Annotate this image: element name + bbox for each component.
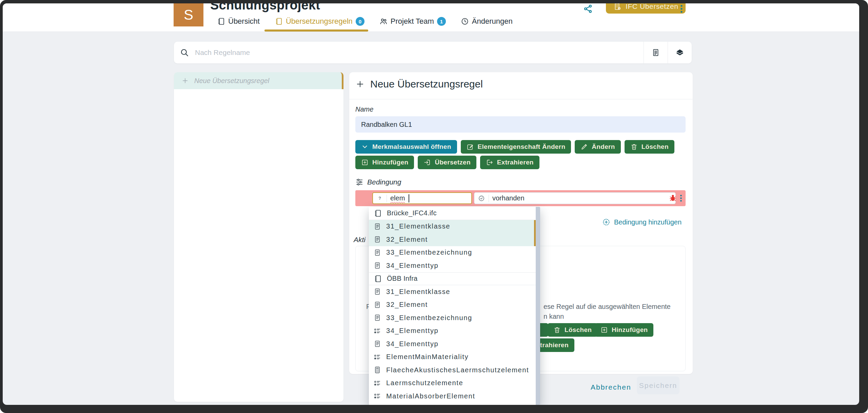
dropdown-item-label: 32_Element (386, 236, 428, 243)
condition-property-input[interactable]: ? elem (372, 192, 472, 204)
note-icon (374, 288, 381, 295)
eye-check-icon (478, 195, 485, 202)
add-condition-link[interactable]: Bedingung hinzufügen (602, 218, 682, 226)
svg-text:?: ? (378, 196, 381, 201)
notebook-icon (374, 209, 382, 217)
dropdown-item[interactable]: ÖBB Infra (369, 272, 536, 286)
dropdown-item[interactable]: 34_Elementtyp (369, 259, 536, 272)
save-button[interactable]: Speichern (637, 376, 679, 394)
dropdown-item[interactable]: 33_Elementbezeichnung (369, 311, 536, 324)
dropdown-item[interactable]: 32_Element (369, 233, 536, 246)
trash-icon (630, 143, 638, 151)
notebook-icon (374, 275, 382, 283)
action-toolbar-row1: Merkmalsauswahl öffnenElementeigenschaft… (355, 140, 674, 154)
notebook-icon (217, 17, 225, 25)
tab-bar: ÜbersichtÜbersetzungsregeln0Projekt Team… (217, 16, 513, 27)
dropdown-item-label: Laermschutzelemente (386, 379, 463, 387)
note-icon (374, 340, 381, 348)
note-icon (374, 223, 381, 230)
notebook-icon (275, 17, 283, 25)
action-toolbar-row2: HinzufügenÜbersetzenExtrahieren (355, 156, 539, 169)
bersetzen-button[interactable]: Übersetzen (418, 156, 476, 169)
dropdown-item-label: 33_Elementbezeichnung (386, 249, 472, 256)
enum-icon (374, 392, 381, 400)
people-icon (379, 17, 388, 25)
dropdown-item-label: 31_Elementklasse (386, 222, 450, 230)
button-label: Merkmalsauswahl öffnen (372, 143, 451, 151)
note-icon (374, 236, 381, 243)
dropdown-item[interactable]: 34_Elementtyp (369, 324, 536, 338)
condition-section-label: Bedingung (355, 178, 401, 186)
elementeigenschaft-ndern-button[interactable]: Elementeigenschaft Ändern (461, 140, 571, 154)
edit-box-icon (467, 143, 474, 151)
merkmalsauswahl-ffnen-button[interactable]: Merkmalsauswahl öffnen (355, 140, 457, 154)
dropdown-item[interactable]: 33_Elementbezeichnung (369, 246, 536, 259)
property-dropdown: Brücke_IFC4.ifc31_Elementklasse32_Elemen… (369, 207, 540, 405)
dropdown-item[interactable]: ElementMainMateriality (369, 351, 536, 364)
window-frame: S Schulungsprojekt ÜbersichtÜbersetzungs… (0, 0, 868, 413)
tab-label: Übersicht (228, 17, 260, 26)
tab-label: Änderungen (472, 17, 513, 26)
tab-label: Projekt Team (391, 17, 434, 26)
rule-name-input[interactable] (355, 116, 686, 133)
action-description-fragment: n kann (544, 313, 564, 320)
dropdown-item-label: 32_Element (386, 301, 428, 309)
dropdown-item-label: 31_Elementklasse (386, 288, 450, 296)
button-label: Ändern (592, 143, 615, 151)
dropdown-item[interactable]: 34_Elementtyp (369, 337, 536, 351)
tab-nderungen[interactable]: Änderungen (461, 17, 513, 26)
note-icon (374, 314, 381, 321)
tab-bersicht[interactable]: Übersicht (217, 17, 260, 26)
dropdown-scrollbar[interactable] (536, 207, 540, 405)
button-label: Übersetzen (435, 159, 470, 166)
hinzuf-gen-button[interactable]: Hinzufügen (355, 156, 414, 169)
dropdown-item[interactable]: 31_Elementklasse (369, 285, 536, 298)
dropdown-item[interactable]: RailElementLength (369, 403, 536, 405)
extrahieren-button[interactable]: Extrahieren (480, 156, 539, 169)
action-add-button[interactable]: Hinzufügen (595, 323, 653, 337)
dropdown-item[interactable]: Laermschutzelemente (369, 377, 536, 390)
button-label: Elementeigenschaft Ändern (478, 143, 566, 151)
cancel-button[interactable]: Abbrechen (587, 380, 635, 394)
sidebar-item-label: Neue Übersetzungsregel (194, 77, 269, 85)
dropdown-item-label: FlaecheAkustischesLaermschutzelement (386, 366, 529, 374)
dropdown-item[interactable]: MaterialAbsorberElement (369, 390, 536, 403)
dropdown-item-label: MaterialAbsorberElement (386, 392, 475, 400)
ndern-button[interactable]: Ändern (575, 140, 620, 154)
l-schen-button[interactable]: Löschen (625, 140, 674, 154)
header-kebab-menu-icon[interactable] (679, 4, 684, 14)
search-input[interactable] (194, 41, 644, 64)
header: S Schulungsprojekt ÜbersichtÜbersetzungs… (3, 3, 859, 32)
plus-box-icon (600, 326, 608, 334)
dropdown-item[interactable]: FlaecheAkustischesLaermschutzelementm² (369, 363, 536, 377)
rules-sidebar: Neue Übersetzungsregel (174, 72, 343, 402)
dropdown-item-label: 34_Elementtyp (386, 327, 438, 335)
condition-row: ? elem vorhanden (355, 190, 686, 206)
enum-icon (374, 353, 381, 361)
building-icon (613, 3, 622, 11)
text-caret (409, 194, 409, 202)
dropdown-item[interactable]: Brücke_IFC4.ifc (369, 207, 536, 220)
dropdown-item[interactable]: 32_Element (369, 298, 536, 312)
dropdown-item[interactable]: 31_Elementklasse (369, 220, 536, 233)
sidebar-item-new-rule[interactable]: Neue Übersetzungsregel (174, 72, 343, 89)
pencil-icon (580, 143, 588, 151)
share-icon[interactable] (583, 4, 593, 14)
tab-bersetzungsregeln[interactable]: Übersetzungsregeln0 (275, 17, 364, 26)
button-label: Löschen (642, 143, 669, 151)
tab-projekt-team[interactable]: Projekt Team1 (379, 17, 446, 26)
note-icon (374, 262, 381, 269)
export-box-icon (486, 159, 493, 166)
rule-document-view-button[interactable] (644, 42, 668, 63)
plus-icon (355, 79, 365, 89)
tab-label: Übersetzungsregeln (286, 17, 353, 26)
ifc-translate-button[interactable]: IFC Übersetzen (606, 3, 686, 14)
condition-operator-input[interactable]: vorhanden (474, 192, 676, 204)
condition-kebab-menu-icon[interactable] (679, 194, 683, 202)
layers-view-button[interactable] (668, 42, 692, 63)
tab-count-badge: 1 (437, 17, 446, 26)
question-icon: ? (376, 195, 383, 202)
dropdown-item-label: 34_Elementtyp (386, 262, 438, 270)
divider (387, 195, 387, 202)
action-delete-button[interactable]: Löschen (548, 323, 597, 337)
